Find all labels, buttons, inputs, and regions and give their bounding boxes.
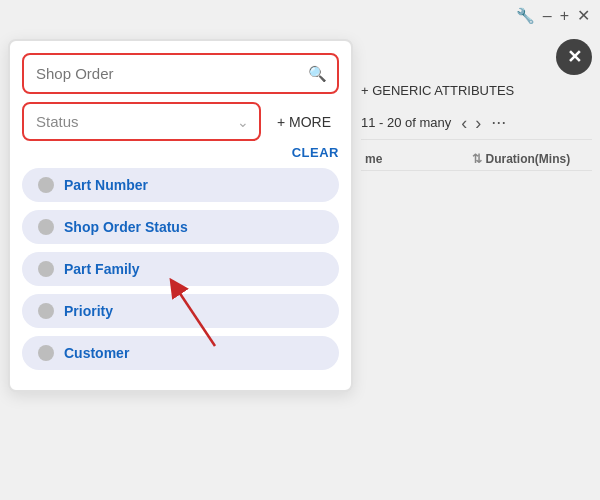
filter-item-label: Part Number (64, 177, 148, 193)
filter-dot (38, 219, 54, 235)
right-toolbar: + GENERIC ATTRIBUTES (361, 83, 592, 98)
maximize-icon[interactable]: + (560, 7, 569, 25)
filter-dot (38, 303, 54, 319)
filter-item-priority[interactable]: Priority (22, 294, 339, 328)
pagination-more-icon[interactable]: ··· (491, 112, 506, 133)
search-wrapper: 🔍 (22, 53, 339, 94)
filter-dot (38, 345, 54, 361)
filter-item-part-family[interactable]: Part Family (22, 252, 339, 286)
close-window-icon[interactable]: ✕ (577, 6, 590, 25)
generic-attributes-button[interactable]: + GENERIC ATTRIBUTES (361, 83, 514, 98)
filter-items-list: Part Number Shop Order Status Part Famil… (22, 168, 339, 370)
close-icon: ✕ (567, 46, 582, 68)
filter-panel: 🔍 Status ⌄ + MORE CLEAR Part Number (8, 39, 353, 392)
filter-item-part-number[interactable]: Part Number (22, 168, 339, 202)
sort-icon[interactable]: ⇅ (472, 152, 482, 166)
filter-item-label: Shop Order Status (64, 219, 188, 235)
window-controls: 🔧 – + ✕ (0, 0, 600, 31)
filter-item-label: Priority (64, 303, 113, 319)
status-select-wrapper: Status ⌄ (22, 102, 261, 141)
status-row: Status ⌄ + MORE (22, 102, 339, 141)
pagination-info: 11 - 20 of many (361, 115, 451, 130)
filter-item-label: Part Family (64, 261, 139, 277)
close-button[interactable]: ✕ (556, 39, 592, 75)
table-header: me ⇅ Duration(Mins) (361, 148, 592, 171)
clear-row: CLEAR (22, 145, 339, 160)
close-button-area: ✕ (361, 39, 592, 75)
pagination-prev-button[interactable]: ‹ (459, 114, 469, 132)
pagination-next-button[interactable]: › (473, 114, 483, 132)
column-header-duration: Duration(Mins) (482, 152, 593, 166)
right-panel: ✕ + GENERIC ATTRIBUTES 11 - 20 of many ‹… (361, 31, 600, 499)
more-button[interactable]: + MORE (269, 110, 339, 134)
filter-item-shop-order-status[interactable]: Shop Order Status (22, 210, 339, 244)
filter-dot (38, 177, 54, 193)
search-input[interactable] (24, 55, 337, 92)
wrench-icon[interactable]: 🔧 (516, 7, 535, 25)
filter-dot (38, 261, 54, 277)
filter-item-customer[interactable]: Customer (22, 336, 339, 370)
clear-button[interactable]: CLEAR (292, 145, 339, 160)
pagination-row: 11 - 20 of many ‹ › ··· (361, 106, 592, 140)
minimize-icon[interactable]: – (543, 7, 552, 25)
column-header-name: me (361, 152, 472, 166)
filter-item-label: Customer (64, 345, 129, 361)
status-select[interactable]: Status (24, 104, 259, 139)
main-container: 🔍 Status ⌄ + MORE CLEAR Part Number (0, 31, 600, 499)
